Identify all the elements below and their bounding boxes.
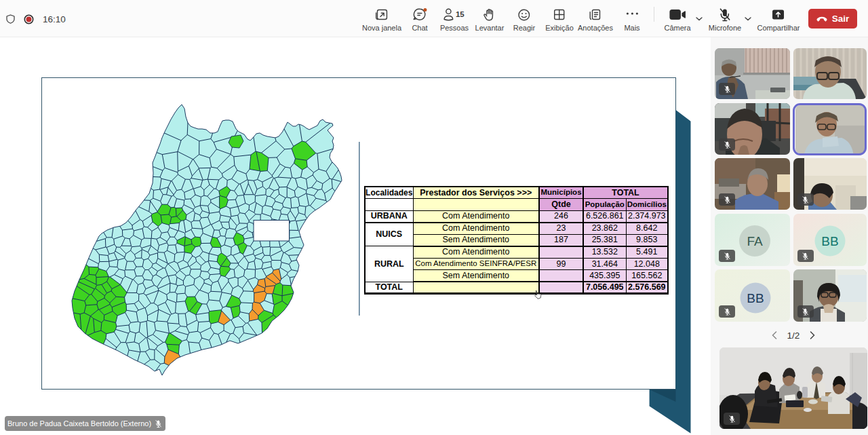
svg-text:BB: BB: [821, 234, 838, 248]
svg-text:FA: FA: [747, 234, 763, 248]
svg-text:BB: BB: [747, 291, 764, 305]
